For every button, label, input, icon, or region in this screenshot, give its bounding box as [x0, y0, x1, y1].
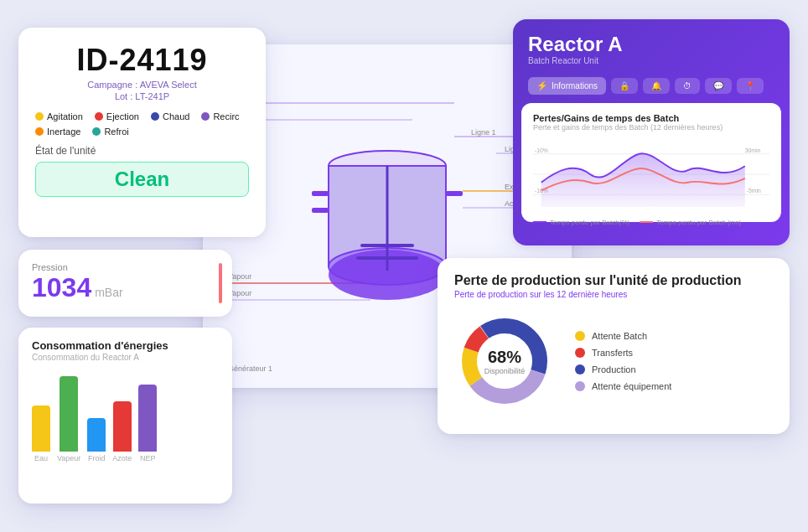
svg-rect-28 [446, 191, 463, 196]
bar-chart: Eau Vapeur Froid Azote NEP [32, 374, 219, 466]
tab-lock[interactable]: 🔒 [611, 78, 638, 94]
tab-bell[interactable]: 🔔 [643, 78, 670, 94]
badge-chaud: Chaud [151, 111, 189, 121]
scene: ID-24119 Campagne : AVEVA Select Lot : L… [18, 11, 790, 522]
pressure-label: Pression [32, 262, 219, 272]
line-chart-area: -10% -10% 30min -5min [533, 137, 769, 212]
donut-text: Disponibilité [484, 366, 526, 374]
legend-dot-lightpurple [575, 381, 585, 391]
tab-pin[interactable]: 📍 [737, 78, 764, 94]
production-subtitle: Perte de production sur les 12 dernière … [454, 290, 773, 299]
id-title: ID-24119 [35, 43, 249, 78]
legend-dot-red [575, 348, 585, 358]
production-card: Perte de production sur l'unité de produ… [438, 258, 790, 434]
svg-rect-27 [312, 208, 329, 213]
reactor-header: Reactor A Batch Reactor Unit [513, 19, 790, 72]
badge-inertage: Inertage [35, 127, 80, 137]
tab-informations-label: Informations [552, 81, 598, 90]
legend-attente-equipement: Attente équipement [575, 381, 671, 391]
legend-attente-batch: Attente Batch [575, 331, 671, 341]
bar-vapeur-rect [60, 376, 78, 452]
reactor-chart: Pertes/Gains de temps des Batch Perte et… [521, 103, 781, 222]
id-card: ID-24119 Campagne : AVEVA Select Lot : L… [18, 28, 266, 237]
bar-froid: Froid [87, 418, 106, 462]
reactor-title: Reactor A [528, 33, 774, 56]
chat-icon: 💬 [713, 81, 723, 90]
line-chart-svg: -10% -10% 30min -5min [533, 137, 769, 212]
bolt-icon: ⚡ [536, 80, 548, 91]
svg-text:-5min: -5min [747, 188, 761, 194]
tab-clock[interactable]: ⏱ [675, 78, 700, 94]
campaign-label: Campagne : AVEVA Select [35, 80, 249, 90]
badge-ejection: Ejection [95, 111, 139, 121]
energy-title: Consommation d'énergies [32, 339, 219, 352]
lot-label: Lot : LT-241P [35, 91, 249, 101]
etat-label: État de l'unité [35, 145, 249, 157]
reactor-tabs: ⚡ Informations 🔒 🔔 ⏱ 💬 📍 [513, 72, 790, 100]
chart-subtitle: Perte et gains de temps des Batch (12 de… [533, 123, 769, 132]
tab-informations[interactable]: ⚡ Informations [528, 77, 606, 95]
production-title: Perte de production sur l'unité de produ… [454, 273, 773, 288]
pressure-value: 1034 mBar [32, 272, 219, 303]
lock-icon: 🔒 [619, 81, 629, 90]
bar-azote: Azote [112, 401, 132, 462]
id-badges: Agitation Ejection Chaud Recirc Inertage… [35, 111, 249, 137]
chart-legend: Temps perdu par Batch(%) Temps perdu par… [533, 219, 769, 226]
reactor-subtitle: Batch Reactor Unit [528, 56, 774, 65]
legend-red: Temps perdu par Batch (mn) [640, 219, 741, 226]
bar-eau-rect [32, 405, 50, 452]
energy-subtitle: Consommation du Reactor A [32, 353, 219, 362]
svg-text:-10%: -10% [535, 147, 548, 152]
legend-purple: Temps perdu par Batch(%) [533, 219, 629, 226]
legend-dot-yellow [575, 331, 585, 341]
reactor-card: Reactor A Batch Reactor Unit ⚡ Informati… [513, 19, 790, 245]
badge-agitation: Agitation [35, 111, 83, 121]
legend-production: Production [575, 364, 671, 374]
pin-icon: 📍 [745, 81, 755, 90]
svg-rect-26 [312, 191, 329, 196]
donut-chart: 68% Disponibilité [454, 311, 555, 411]
bar-nep-rect [138, 385, 157, 452]
bar-nep: NEP [138, 385, 157, 462]
chart-title: Pertes/Gains de temps des Batch [533, 113, 769, 123]
badge-refroi: Refroi [92, 127, 128, 137]
legend-transferts: Transferts [575, 348, 671, 358]
production-legend: Attente Batch Transferts Production Atte… [575, 331, 671, 391]
bell-icon: 🔔 [651, 81, 661, 90]
clock-icon: ⏱ [683, 81, 691, 90]
clean-button[interactable]: Clean [35, 162, 249, 197]
production-content: 68% Disponibilité Attente Batch Transfer… [454, 311, 773, 411]
donut-percentage: 68% [484, 347, 526, 366]
donut-label: 68% Disponibilité [484, 347, 526, 374]
bar-eau: Eau [32, 405, 50, 462]
tab-chat[interactable]: 💬 [705, 78, 732, 94]
svg-text:Générateur 1: Générateur 1 [228, 364, 272, 373]
energy-card: Consommation d'énergies Consommation du … [18, 328, 232, 504]
pressure-card: Pression 1034 mBar [18, 250, 232, 317]
svg-text:30min: 30min [745, 147, 761, 152]
svg-text:Ligne 1: Ligne 1 [471, 128, 496, 137]
badge-recirc: Recirc [201, 111, 239, 121]
bar-azote-rect [113, 401, 132, 452]
bar-vapeur: Vapeur [57, 376, 80, 462]
bar-froid-rect [87, 418, 106, 452]
pressure-bar-indicator [219, 263, 222, 303]
legend-dot-blue [575, 364, 585, 374]
